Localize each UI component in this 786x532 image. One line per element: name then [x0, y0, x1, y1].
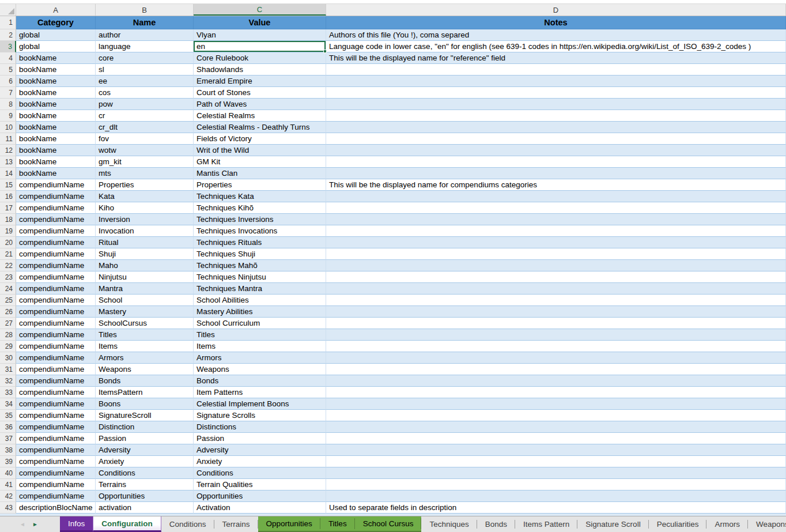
cell-value[interactable]: Adversity	[194, 444, 326, 456]
row-header[interactable]: 34	[0, 398, 16, 410]
cell-value[interactable]: Mantis Clan	[194, 168, 326, 179]
sheet-tab-techniques[interactable]: Techniques	[421, 516, 477, 532]
cell-value[interactable]: Item Patterns	[194, 387, 326, 398]
cell-category[interactable]: global	[16, 41, 96, 52]
cell-category[interactable]: global	[16, 29, 96, 41]
cell-name[interactable]: Properties	[96, 179, 194, 191]
fill-handle[interactable]	[323, 50, 327, 53]
row-header[interactable]: 32	[0, 375, 16, 387]
cell-value[interactable]: Techniques Rituals	[194, 237, 326, 248]
cell-category[interactable]: compendiumName	[16, 398, 96, 410]
cell-value[interactable]: Techniques Mahõ	[194, 260, 326, 271]
cell-value[interactable]: Passion	[194, 433, 326, 444]
cell-name[interactable]: ee	[96, 76, 194, 87]
cell-category[interactable]: bookName	[16, 87, 96, 99]
cell-category[interactable]: bookName	[16, 122, 96, 133]
cell-notes[interactable]	[326, 248, 786, 260]
cell-value[interactable]: Opportunities	[194, 491, 326, 502]
cell-value[interactable]: Techniques Mantra	[194, 283, 326, 295]
cell-notes[interactable]	[326, 467, 786, 479]
cell-category[interactable]: bookName	[16, 76, 96, 87]
cell-name[interactable]: SignatureScroll	[96, 410, 194, 421]
cell-value[interactable]: Techniques Kihõ	[194, 202, 326, 214]
cell-value[interactable]: GM Kit	[194, 156, 326, 168]
cell-value[interactable]: Techniques Ninjutsu	[194, 271, 326, 283]
row-header[interactable]: 36	[0, 421, 16, 433]
cell-name[interactable]: Invocation	[96, 225, 194, 237]
cell-notes[interactable]	[326, 271, 786, 283]
sheet-tab-conditions[interactable]: Conditions	[161, 516, 214, 532]
column-header-d[interactable]: D	[326, 4, 786, 16]
cell-value[interactable]: Fields of Victory	[194, 133, 326, 145]
cell-value[interactable]: Mastery Abilities	[194, 306, 326, 318]
row-header[interactable]: 9	[0, 110, 16, 122]
column-header-a[interactable]: A	[16, 4, 96, 16]
cell-name[interactable]: Kata	[96, 191, 194, 202]
cell-notes[interactable]	[326, 456, 786, 467]
cell-value[interactable]: Anxiety	[194, 456, 326, 467]
cell-category[interactable]: compendiumName	[16, 467, 96, 479]
cell-category[interactable]: compendiumName	[16, 225, 96, 237]
cell-category[interactable]: bookName	[16, 64, 96, 76]
cell-notes[interactable]	[326, 156, 786, 168]
cell-value[interactable]: Distinctions	[194, 421, 326, 433]
table-header-value[interactable]: Value	[194, 16, 326, 29]
cell-notes[interactable]	[326, 133, 786, 145]
cell-category[interactable]: compendiumName	[16, 387, 96, 398]
cell-notes[interactable]	[326, 110, 786, 122]
row-header[interactable]: 17	[0, 202, 16, 214]
cell-value[interactable]: Emerald Empire	[194, 76, 326, 87]
cell-notes[interactable]	[326, 99, 786, 110]
cell-notes[interactable]	[326, 433, 786, 444]
row-header[interactable]: 15	[0, 179, 16, 191]
cell-category[interactable]: descriptionBlocName	[16, 502, 96, 514]
cell-name[interactable]: Terrains	[96, 479, 194, 491]
row-header[interactable]: 12	[0, 145, 16, 156]
cell-name[interactable]: wotw	[96, 145, 194, 156]
cell-notes[interactable]	[326, 398, 786, 410]
row-header[interactable]: 43	[0, 502, 16, 514]
cell-notes[interactable]	[326, 352, 786, 364]
cell-name[interactable]: Opportunities	[96, 491, 194, 502]
cell-notes[interactable]	[326, 283, 786, 295]
sheet-tab-opportunities[interactable]: Opportunities	[258, 516, 320, 532]
cell-notes[interactable]	[326, 202, 786, 214]
cell-notes[interactable]: This will be the displayed name for comp…	[326, 179, 786, 191]
cell-notes[interactable]	[326, 341, 786, 352]
column-header-c[interactable]: C	[194, 4, 326, 16]
cell-category[interactable]: compendiumName	[16, 191, 96, 202]
cell-category[interactable]: compendiumName	[16, 479, 96, 491]
cell-value[interactable]: Path of Waves	[194, 99, 326, 110]
cell-notes[interactable]: Used to separate fields in description	[326, 502, 786, 514]
sheet-tab-signature-scroll[interactable]: Signature Scroll	[577, 516, 648, 532]
cell-name[interactable]: Armors	[96, 352, 194, 364]
row-header[interactable]: 4	[0, 52, 16, 64]
cell-category[interactable]: compendiumName	[16, 248, 96, 260]
sheet-tab-items-pattern[interactable]: Items Pattern	[515, 516, 577, 532]
cell-category[interactable]: bookName	[16, 133, 96, 145]
cell-name[interactable]: Passion	[96, 433, 194, 444]
row-header[interactable]: 16	[0, 191, 16, 202]
cell-notes[interactable]	[326, 375, 786, 387]
row-header[interactable]: 42	[0, 491, 16, 502]
row-header[interactable]: 30	[0, 352, 16, 364]
cell-notes[interactable]	[326, 237, 786, 248]
cell-name[interactable]: Distinction	[96, 421, 194, 433]
row-header[interactable]: 39	[0, 456, 16, 467]
cell-value[interactable]: Techniques Shuji	[194, 248, 326, 260]
cell-category[interactable]: compendiumName	[16, 318, 96, 329]
cell-notes[interactable]	[326, 214, 786, 225]
cell-value[interactable]: Techniques Invocations	[194, 225, 326, 237]
cell-notes[interactable]	[326, 122, 786, 133]
cell-value[interactable]: Bonds	[194, 375, 326, 387]
cell-name[interactable]: Conditions	[96, 467, 194, 479]
cell-category[interactable]: bookName	[16, 168, 96, 179]
cell-value[interactable]: Celestial Implement Boons	[194, 398, 326, 410]
row-header[interactable]: 25	[0, 295, 16, 306]
cell-value[interactable]: Vlyan	[194, 29, 326, 41]
cell-category[interactable]: compendiumName	[16, 202, 96, 214]
row-header[interactable]: 21	[0, 248, 16, 260]
cell-value[interactable]: Activation	[194, 502, 326, 514]
row-header[interactable]: 10	[0, 122, 16, 133]
cell-name[interactable]: Ritual	[96, 237, 194, 248]
